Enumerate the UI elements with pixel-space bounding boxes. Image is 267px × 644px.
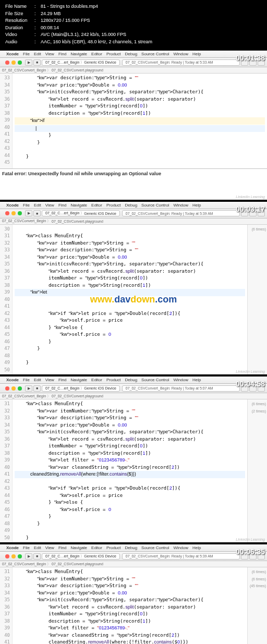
editor[interactable]: 33 34 35 36 37 38 39 40 41 42 43 44 45 "… xyxy=(0,74,267,168)
menu-item[interactable]: Find xyxy=(58,203,67,208)
xcode-window-4: 00:06:35 Xcode File Edit View Find Navig… xyxy=(0,544,267,644)
jump-item[interactable]: 07_02_CSVConvert.playground xyxy=(52,394,103,398)
zoom-icon[interactable] xyxy=(18,554,22,558)
menubar[interactable]: Xcode File Edit View Find Navigate Edito… xyxy=(0,544,267,552)
menu-item[interactable]: File xyxy=(23,545,30,550)
menu-item[interactable]: Help xyxy=(192,378,201,382)
menu-xcode[interactable]: Xcode xyxy=(6,203,19,208)
menu-item[interactable]: Product xyxy=(106,378,121,382)
menu-item[interactable]: Help xyxy=(192,203,201,208)
jump-bar[interactable]: 07_02_CSVConvert_Begin 〉 07_02_CSVConver… xyxy=(0,561,267,567)
menu-item[interactable]: Product xyxy=(106,545,121,550)
close-icon[interactable] xyxy=(5,60,9,65)
jump-bar[interactable]: 07_02_CSVConvert_Begin 〉 07_02_CSVConver… xyxy=(0,67,267,74)
minimize-icon[interactable] xyxy=(11,211,16,215)
menu-item[interactable]: Find xyxy=(58,378,67,382)
scheme-selector[interactable]: 07_02_C…ert_Begin 〉Generic iOS Device xyxy=(42,385,120,392)
menu-item[interactable]: Navigate xyxy=(70,378,87,382)
menu-item[interactable]: View xyxy=(45,378,54,382)
zoom-icon[interactable] xyxy=(18,211,22,215)
menu-item[interactable]: View xyxy=(45,203,54,208)
menubar[interactable]: Xcode File Edit View Find Navigate Edito… xyxy=(0,202,267,209)
stop-button[interactable]: ■ xyxy=(33,385,41,392)
close-icon[interactable] xyxy=(5,386,9,391)
menu-item[interactable]: File xyxy=(23,378,30,382)
menu-xcode[interactable]: Xcode xyxy=(6,52,19,56)
editor[interactable]: 31 32 33 34 35 36 37 38 39 40 41 42 43 4… xyxy=(0,567,267,644)
menu-item[interactable]: View xyxy=(45,52,54,56)
console[interactable]: Fatal error: Unexpectedly found nil whil… xyxy=(0,168,267,200)
menubar[interactable]: Xcode File Edit View Find Navigate Edito… xyxy=(0,51,267,58)
menu-item[interactable]: Find xyxy=(58,52,67,56)
jump-item[interactable]: 07_02_CSVConvert_Begin 〉 xyxy=(2,394,51,399)
menu-item[interactable]: Navigate xyxy=(70,545,87,550)
menu-item[interactable]: Window xyxy=(173,545,188,550)
editor[interactable]: 30 31 32 33 34 35 36 37 38 39 40 41 42 4… xyxy=(0,225,267,375)
menu-item[interactable]: Navigate xyxy=(70,203,87,208)
xcode-window-3: 00:04:58 Xcode File Edit View Find Navig… xyxy=(0,376,267,542)
jump-bar[interactable]: 07_02_CSVConvert_Begin 〉 07_02_CSVConver… xyxy=(0,218,267,225)
jump-item[interactable]: 07_02_CSVConvert.playground xyxy=(52,68,103,72)
menu-item[interactable]: Source Control xyxy=(141,545,169,550)
menu-item[interactable]: Source Control xyxy=(141,203,169,208)
menu-item[interactable]: Source Control xyxy=(141,378,169,382)
jump-item[interactable]: 07_02_CSVConvert_Begin 〉 xyxy=(2,68,51,73)
scheme-selector[interactable]: 07_02_C…ert_Begin 〉Generic iOS Device xyxy=(42,553,120,560)
editor[interactable]: 31 32 33 34 35 36 37 38 39 40 41 42 43 4… xyxy=(0,399,267,542)
minimize-icon[interactable] xyxy=(11,554,16,558)
code-area[interactable]: "kw">class MenuEntry{ "kw">var itemNumbe… xyxy=(13,399,247,542)
menu-item[interactable]: Help xyxy=(192,545,201,550)
scheme-selector[interactable]: 07_02_C…ert_Begin 〉Generic iOS Device xyxy=(42,210,120,216)
stop-button[interactable]: ■ xyxy=(33,210,41,216)
stop-button[interactable]: ■ xyxy=(33,553,41,560)
menu-item[interactable]: Editor xyxy=(91,378,102,382)
minimize-icon[interactable] xyxy=(11,386,16,391)
menu-item[interactable]: Product xyxy=(106,203,121,208)
jump-item[interactable]: 07_02_CSVConvert.playground xyxy=(52,220,103,223)
menu-item[interactable]: Debug xyxy=(125,545,138,550)
menu-item[interactable]: Window xyxy=(173,203,188,208)
run-button[interactable]: ▶ xyxy=(25,210,32,216)
menu-item[interactable]: Edit xyxy=(34,378,41,382)
run-button[interactable]: ▶ xyxy=(25,385,32,392)
minimize-icon[interactable] xyxy=(11,60,16,65)
jump-item[interactable]: 07_02_CSVConvert_Begin 〉 xyxy=(2,218,51,224)
provider-watermark: LinkedIn Learning xyxy=(236,195,265,199)
menu-item[interactable]: Window xyxy=(173,378,188,382)
zoom-icon[interactable] xyxy=(18,60,22,65)
run-button[interactable]: ▶ xyxy=(25,59,32,66)
menu-item[interactable]: Help xyxy=(192,52,201,56)
menu-item[interactable]: Find xyxy=(58,545,67,550)
jump-item[interactable]: 07_02_CSVConvert_Begin 〉 xyxy=(2,562,51,567)
close-icon[interactable] xyxy=(5,554,9,558)
menu-item[interactable]: File xyxy=(23,52,30,56)
code-area[interactable]: "kw">class MenuEntry{ "kw">var itemNumbe… xyxy=(13,225,247,375)
code-area[interactable]: "kw">class MenuEntry{ "kw">var itemNumbe… xyxy=(13,567,247,644)
menu-item[interactable]: Editor xyxy=(91,545,102,550)
menu-item[interactable]: Editor xyxy=(91,52,102,56)
menu-xcode[interactable]: Xcode xyxy=(6,545,19,550)
jump-item[interactable]: 07_02_CSVConvert.playground xyxy=(52,562,103,566)
menu-item[interactable]: Product xyxy=(106,52,121,56)
zoom-icon[interactable] xyxy=(18,386,22,391)
run-button[interactable]: ▶ xyxy=(25,553,32,560)
close-icon[interactable] xyxy=(5,211,9,215)
menu-item[interactable]: Debug xyxy=(125,52,138,56)
menu-item[interactable]: Navigate xyxy=(70,52,87,56)
menu-item[interactable]: File xyxy=(23,203,30,208)
menubar[interactable]: Xcode File Edit View Find Navigate Edito… xyxy=(0,376,267,384)
menu-item[interactable]: Edit xyxy=(34,52,41,56)
menu-item[interactable]: Debug xyxy=(125,378,138,382)
code-area[interactable]: "kw">var description:"type">String = "" … xyxy=(13,74,267,168)
menu-item[interactable]: View xyxy=(45,545,54,550)
menu-item[interactable]: Debug xyxy=(125,203,138,208)
menu-item[interactable]: Editor xyxy=(91,203,102,208)
menu-item[interactable]: Edit xyxy=(34,203,41,208)
menu-item[interactable]: Window xyxy=(173,52,188,56)
stop-button[interactable]: ■ xyxy=(33,59,41,66)
menu-xcode[interactable]: Xcode xyxy=(6,378,19,382)
jump-bar[interactable]: 07_02_CSVConvert_Begin 〉 07_02_CSVConver… xyxy=(0,393,267,399)
scheme-selector[interactable]: 07_02_C…ert_Begin 〉Generic iOS Device xyxy=(42,59,120,66)
menu-item[interactable]: Source Control xyxy=(141,52,169,56)
menu-item[interactable]: Edit xyxy=(34,545,41,550)
